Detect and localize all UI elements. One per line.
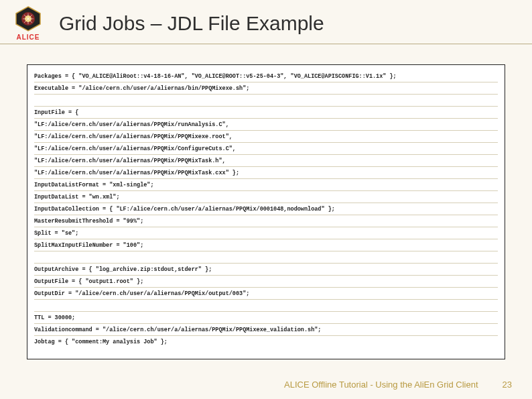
alice-logo: ALICE — [13, 5, 43, 41]
footer-text: ALICE Offline Tutorial - Using the AliEn… — [284, 380, 478, 390]
slide-header: ALICE Grid Jobs – JDL File Example — [0, 0, 532, 44]
code-line: OutputFile = { "output1.root" }; — [34, 276, 498, 288]
code-line: OutputArchive = { "log_archive.zip:stdou… — [34, 264, 498, 276]
code-line: TTL = 30000; — [34, 312, 498, 324]
code-line: InputDataCollection = { "LF:/alice/cern.… — [34, 203, 498, 215]
code-line — [34, 300, 498, 312]
code-line: SplitMaxInputFileNumber = "100"; — [34, 239, 498, 251]
code-line — [34, 95, 498, 107]
code-line: Executable = "/alice/cern.ch/user/a/alie… — [34, 82, 498, 95]
code-line: Validationcommand = "/alice/cern.ch/user… — [34, 324, 498, 336]
code-line: InputFile = { — [34, 107, 498, 119]
slide-title: Grid Jobs – JDL File Example — [59, 12, 324, 35]
code-line: "LF:/alice/cern.ch/user/a/aliernas/PPQMi… — [34, 119, 498, 131]
code-line: OutputDir = "/alice/cern.ch/user/a/alier… — [34, 288, 498, 300]
code-line — [34, 251, 498, 264]
code-line: InputDataList = "wn.xml"; — [34, 191, 498, 203]
jdl-code-box: Packages = { "VO_ALICE@AliRoot::v4-18-16… — [27, 64, 505, 359]
code-line: Split = "se"; — [34, 227, 498, 239]
logo-label: ALICE — [17, 34, 40, 41]
code-line: "LF:/alice/cern.ch/user/a/aliernas/PPQMi… — [34, 167, 498, 179]
code-line: "LF:/alice/cern.ch/user/a/aliernas/PPQMi… — [34, 155, 498, 167]
slide-footer: ALICE Offline Tutorial - Using the AliEn… — [0, 380, 532, 390]
page-number: 23 — [503, 380, 512, 390]
code-line: "LF:/alice/cern.ch/user/a/aliernas/PPQMi… — [34, 131, 498, 143]
code-line: "LF:/alice/cern.ch/user/a/aliernas/PPQMi… — [34, 143, 498, 155]
alice-logo-icon — [13, 5, 43, 32]
code-line: Jobtag = { "comment:My analysis Job" }; — [34, 336, 498, 347]
code-line: MasterResubmitThreshold = "99%"; — [34, 215, 498, 227]
code-line: Packages = { "VO_ALICE@AliRoot::v4-18-16… — [34, 70, 498, 82]
code-line: InputDataListFormat = "xml-single"; — [34, 179, 498, 191]
